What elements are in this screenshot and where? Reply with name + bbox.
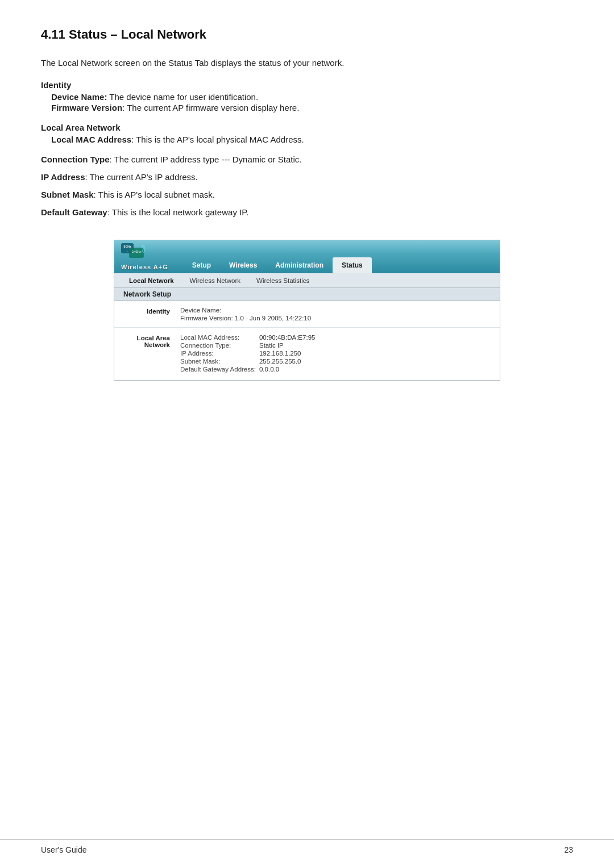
router-body: Network Setup Identity Device Name: Firm… — [114, 288, 500, 380]
lan-mac-row: Local MAC Address: 00:90:4B:DA:E7:95 — [180, 333, 318, 341]
lan-conntype-value: Static IP — [259, 341, 318, 349]
identity-device-name: Device Name: — [180, 307, 311, 314]
page-title: 4.11 Status – Local Network — [41, 27, 573, 42]
router-logo-icon: 5GHz + 2.4GHz — [121, 243, 148, 262]
device-name-desc: Device Name: The device name for user id… — [51, 92, 573, 102]
subnav-wireless-network[interactable]: Wireless Network — [182, 276, 248, 286]
router-logo-area: 5GHz + 2.4GHz Wireless A+G — [121, 243, 168, 270]
page-footer: User's Guide 23 — [0, 839, 614, 854]
lan-conntype-key: Connection Type: — [180, 341, 259, 349]
router-subnav: Local Network Wireless Network Wireless … — [114, 273, 500, 288]
intro-text: The Local Network screen on the Status T… — [41, 58, 573, 68]
lan-ip-value: 192.168.1.250 — [259, 349, 318, 357]
connection-type-desc: Connection Type: The current IP address … — [41, 155, 573, 164]
lan-subnet-value: 255.255.255.0 — [259, 357, 318, 365]
identity-firmware-version: Firmware Version: 1.0 - Jun 9 2005, 14:2… — [180, 315, 311, 322]
mac-address-desc: Local MAC Address: This is the AP's loca… — [51, 135, 573, 144]
identity-row-label: Identity — [123, 307, 180, 323]
lan-conntype-row: Connection Type: Static IP — [180, 341, 318, 349]
lan-mac-key: Local MAC Address: — [180, 333, 259, 341]
lan-subnet-key: Subnet Mask: — [180, 357, 259, 365]
identity-values: Device Name: Firmware Version: 1.0 - Jun… — [180, 307, 311, 323]
svg-text:5GHz: 5GHz — [124, 245, 131, 248]
nav-tab-status[interactable]: Status — [333, 257, 372, 273]
lan-gateway-row: Default Gateway Address: 0.0.0.0 — [180, 365, 318, 373]
subnav-wireless-statistics[interactable]: Wireless Statistics — [248, 276, 317, 286]
footer-right: 23 — [564, 845, 573, 854]
default-gateway-desc: Default Gateway: This is the local netwo… — [41, 207, 573, 217]
network-setup-header: Network Setup — [114, 288, 500, 301]
lan-ip-key: IP Address: — [180, 349, 259, 357]
nav-tab-setup[interactable]: Setup — [183, 257, 220, 273]
lan-mac-value: 00:90:4B:DA:E7:95 — [259, 333, 318, 341]
identity-heading: Identity — [41, 80, 573, 90]
lan-row-label: Local Area Network — [123, 333, 180, 373]
lan-row: Local Area Network Local MAC Address: 00… — [114, 328, 500, 380]
identity-section: Identity Device Name: The device name fo… — [41, 80, 573, 112]
lan-values: Local MAC Address: 00:90:4B:DA:E7:95 Con… — [180, 333, 318, 373]
subnav-local-network[interactable]: Local Network — [121, 276, 182, 286]
lan-subnet-row: Subnet Mask: 255.255.255.0 — [180, 357, 318, 365]
lan-ip-row: IP Address: 192.168.1.250 — [180, 349, 318, 357]
lan-gateway-value: 0.0.0.0 — [259, 365, 318, 373]
router-brand-text: Wireless A+G — [121, 264, 168, 270]
nav-tab-administration[interactable]: Administration — [266, 257, 333, 273]
footer-left: User's Guide — [41, 845, 86, 854]
lan-gateway-key: Default Gateway Address: — [180, 365, 259, 373]
nav-tab-wireless[interactable]: Wireless — [220, 257, 266, 273]
svg-text:2.4GHz: 2.4GHz — [132, 251, 141, 253]
router-nav: Setup Wireless Administration Status — [183, 240, 493, 273]
identity-row: Identity Device Name: Firmware Version: … — [114, 301, 500, 328]
lan-heading: Local Area Network — [41, 123, 573, 132]
ip-address-desc: IP Address: The current AP's IP address. — [41, 172, 573, 182]
router-header: 5GHz + 2.4GHz Wireless A+G Setup Wireles… — [114, 240, 500, 273]
lan-body: Local MAC Address: This is the AP's loca… — [51, 135, 573, 144]
identity-body: Device Name: The device name for user id… — [51, 92, 573, 112]
router-panel: 5GHz + 2.4GHz Wireless A+G Setup Wireles… — [114, 240, 500, 381]
lan-section: Local Area Network Local MAC Address: Th… — [41, 123, 573, 144]
firmware-version-desc: Firmware Version: The current AP firmwar… — [51, 103, 573, 112]
subnet-mask-desc: Subnet Mask: This is AP's local subnet m… — [41, 190, 573, 199]
